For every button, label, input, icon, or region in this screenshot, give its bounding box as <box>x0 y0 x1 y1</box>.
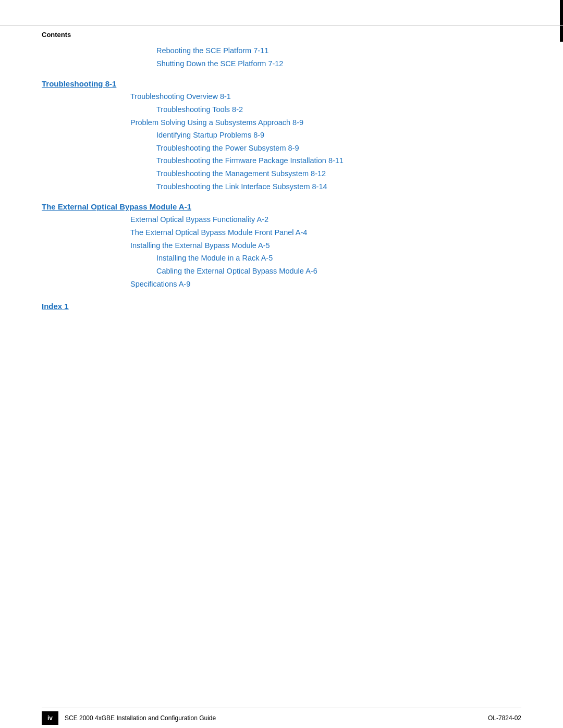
toc-entry-power-subsystem[interactable]: Troubleshooting the Power Subsystem 8-9 <box>42 142 521 155</box>
toc-entry-bypass-functionality[interactable]: External Optical Bypass Functionality A-… <box>42 213 521 226</box>
section-header-optical-bypass[interactable]: The External Optical Bypass Module A-1 <box>42 202 521 211</box>
toc-entry-startup-problems[interactable]: Identifying Startup Problems 8-9 <box>42 129 521 142</box>
toc-entry-management-subsystem[interactable]: Troubleshooting the Management Subsystem… <box>42 167 521 180</box>
index-section: Index 1 <box>42 302 521 311</box>
toc-entry-link-interface[interactable]: Troubleshooting the Link Interface Subsy… <box>42 180 521 193</box>
footer-left-block: iv SCE 2000 4xGBE Installation and Confi… <box>42 711 216 725</box>
toc-entry-problem-solving[interactable]: Problem Solving Using a Subsystems Appro… <box>42 116 521 129</box>
toc-entry-front-panel[interactable]: The External Optical Bypass Module Front… <box>42 226 521 239</box>
footer-area: iv SCE 2000 4xGBE Installation and Confi… <box>0 708 563 728</box>
section-external-optical: The External Optical Bypass Module A-1 E… <box>42 202 521 290</box>
header-label: Contents <box>42 31 71 39</box>
toc-entry-specifications[interactable]: Specifications A-9 <box>42 278 521 291</box>
initial-entries: Rebooting the SCE Platform 7-11 Shutting… <box>42 44 521 70</box>
header-bar: Contents <box>0 25 563 39</box>
toc-entry-overview[interactable]: Troubleshooting Overview 8-1 <box>42 90 521 103</box>
page-container: Contents Rebooting the SCE Platform 7-11… <box>0 0 563 728</box>
footer-doc-number: OL-7824-02 <box>488 714 521 722</box>
toc-entry-reboot[interactable]: Rebooting the SCE Platform 7-11 <box>42 44 521 57</box>
footer-content: iv SCE 2000 4xGBE Installation and Confi… <box>42 708 521 728</box>
section-header-troubleshooting[interactable]: Troubleshooting 8-1 <box>42 79 521 88</box>
footer-title: SCE 2000 4xGBE Installation and Configur… <box>65 714 216 722</box>
toc-entry-shutdown[interactable]: Shutting Down the SCE Platform 7-12 <box>42 57 521 70</box>
section-troubleshooting: Troubleshooting 8-1 Troubleshooting Over… <box>42 79 521 193</box>
toc-entry-tools[interactable]: Troubleshooting Tools 8-2 <box>42 103 521 116</box>
page-number-box: iv <box>42 711 58 725</box>
toc-entry-installing-bypass[interactable]: Installing the External Bypass Module A-… <box>42 239 521 252</box>
toc-entry-firmware[interactable]: Troubleshooting the Firmware Package Ins… <box>42 154 521 167</box>
content-area: Rebooting the SCE Platform 7-11 Shutting… <box>42 44 521 311</box>
toc-entry-installing-rack[interactable]: Installing the Module in a Rack A-5 <box>42 252 521 265</box>
index-header[interactable]: Index 1 <box>42 302 521 311</box>
toc-entry-cabling[interactable]: Cabling the External Optical Bypass Modu… <box>42 265 521 278</box>
